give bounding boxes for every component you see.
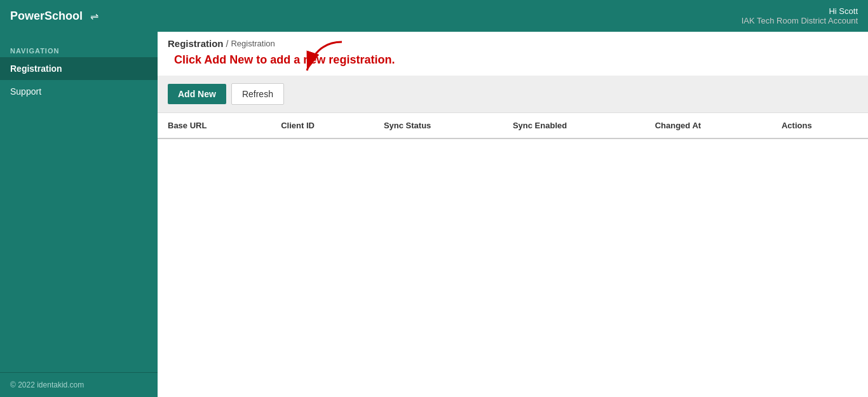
col-header-client-id: Client ID	[271, 113, 374, 138]
nav-label: NAVIGATION	[0, 42, 158, 57]
col-header-actions: Actions	[771, 113, 868, 138]
content-area: Registration / Registration	[158, 32, 868, 397]
breadcrumb-sub: Registration	[231, 39, 275, 48]
top-section: Registration / Registration	[158, 32, 868, 76]
breadcrumb-title: Registration	[168, 38, 224, 49]
top-header-left: PowerSchool ⇌	[10, 10, 98, 23]
sidebar: NAVIGATION Registration Support © 2022 i…	[0, 32, 158, 397]
breadcrumb-bar: Registration / Registration	[158, 32, 868, 50]
annotation-text: Click Add New to add a new registration.	[174, 53, 395, 67]
add-new-button[interactable]: Add New	[168, 84, 226, 104]
transfer-icon[interactable]: ⇌	[90, 10, 98, 22]
callout-bar: Click Add New to add a new registration.	[158, 50, 868, 76]
app-title: PowerSchool	[10, 10, 83, 23]
table-area: Base URL Client ID Sync Status Sync Enab…	[158, 113, 868, 397]
main-layout: NAVIGATION Registration Support © 2022 i…	[0, 32, 868, 397]
account-info: IAK Tech Room District Account	[742, 16, 858, 25]
app-wrapper: PowerSchool ⇌ Hi Scott IAK Tech Room Dis…	[0, 0, 868, 397]
table-header-row: Base URL Client ID Sync Status Sync Enab…	[158, 113, 868, 138]
col-header-base-url: Base URL	[158, 113, 271, 138]
col-header-sync-enabled: Sync Enabled	[503, 113, 645, 138]
top-header-right: Hi Scott IAK Tech Room District Account	[742, 6, 858, 25]
sidebar-footer: © 2022 identakid.com	[0, 372, 158, 397]
refresh-button[interactable]: Refresh	[231, 83, 284, 105]
annotation-arrow-icon	[297, 39, 348, 77]
registrations-table: Base URL Client ID Sync Status Sync Enab…	[158, 113, 868, 139]
breadcrumb-separator: /	[226, 39, 229, 49]
toolbar: Add New Refresh	[158, 76, 868, 113]
sidebar-item-registration[interactable]: Registration	[0, 57, 158, 80]
greeting-text: Hi Scott	[742, 6, 858, 16]
col-header-sync-status: Sync Status	[374, 113, 503, 138]
col-header-changed-at: Changed At	[645, 113, 771, 138]
top-header: PowerSchool ⇌ Hi Scott IAK Tech Room Dis…	[0, 0, 868, 32]
sidebar-item-support[interactable]: Support	[0, 80, 158, 103]
nav-section: NAVIGATION Registration Support	[0, 32, 158, 113]
